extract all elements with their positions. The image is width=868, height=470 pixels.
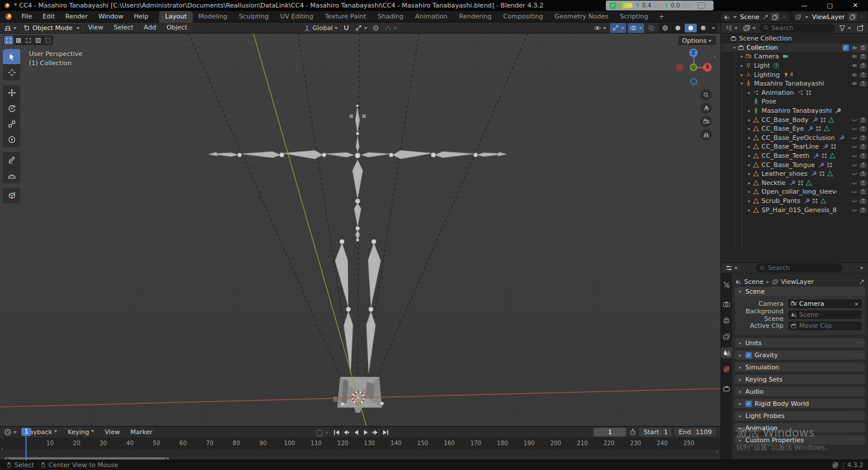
viewlayer-name[interactable]: ViewLayer [810,13,847,21]
play-reverse-button[interactable] [351,428,361,436]
panel-units[interactable]: ▸ Units ···· [735,338,865,347]
outliner-item-label[interactable]: CC_Base_Teeth [762,152,810,160]
wrench-badge-icon[interactable] [812,117,818,123]
tab-view-layer[interactable] [721,331,732,342]
workspace-tab-compositing[interactable]: Compositing [498,11,549,23]
outliner-row-cc-base-teeth[interactable]: ▸ CC_Base_Teeth [721,151,868,161]
stopwatch-icon[interactable] [629,428,637,436]
chevron-down-icon[interactable]: ▾ [738,81,745,86]
outliner-item-label[interactable]: Masahiro Tanabayashi [762,107,832,114]
panel-checkbox[interactable]: ✓ [745,352,752,358]
workspace-tab-uv-editing[interactable]: UV Editing [274,11,319,23]
chevron-right-icon[interactable]: ▸ [746,162,753,168]
properties-options-caret[interactable] [860,267,863,271]
tri-badge-icon[interactable] [806,180,812,186]
viewport-menu-add[interactable]: Add [138,22,161,34]
outliner-item-label[interactable]: Collection [746,44,778,51]
wrench-badge-icon[interactable] [822,143,829,150]
vgroup-badge-icon[interactable] [821,153,827,159]
remove-viewlayer-icon[interactable] [859,14,865,20]
outliner-row-cc-base-eye[interactable]: ▸ CC_Base_Eye [721,124,868,134]
panel-drag-handle[interactable]: ···· [854,340,862,346]
workspace-tab-rendering[interactable]: Rendering [453,11,497,23]
gizmo-x-axis[interactable]: X [703,63,712,72]
field-input-background-scene[interactable]: Scene [788,310,862,319]
jump-to-start-button[interactable] [332,428,341,436]
tool-rotate[interactable] [3,101,20,116]
panel-drag-handle[interactable]: ···· [854,364,862,370]
workspace-tab-sculpting[interactable]: Sculpting [233,11,274,23]
new-viewlayer-button[interactable] [848,13,857,21]
eye-closed-icon[interactable] [851,171,858,177]
outliner-row-lighting[interactable]: ▸ Lighting 4 [721,70,868,79]
outliner-item-label[interactable]: Masahiro Tanabayashi [754,80,824,87]
bulb-badge-icon[interactable] [783,72,789,78]
vgroup-badge-icon[interactable] [820,117,826,123]
new-collection-button[interactable] [855,23,866,33]
tool-select-box[interactable] [3,49,20,65]
panel-gravity[interactable]: ▸ ✓ Gravity ···· [735,350,865,360]
chevron-right-icon[interactable]: ▸ [738,63,745,68]
snap-settings-dropdown[interactable] [353,23,369,33]
auto-key-button[interactable]: ◯ [317,428,328,436]
eye-closed-icon[interactable] [851,188,858,195]
wrench-badge-icon[interactable] [838,135,845,141]
constraint-badge-icon[interactable] [835,108,841,114]
select-mode-intersect-button[interactable] [43,36,53,45]
outliner-row-camera[interactable]: ▸ Camera [721,52,868,61]
chevron-right-icon[interactable]: ▸ [746,108,753,113]
eye-closed-icon[interactable] [851,198,858,204]
pan-button[interactable] [700,102,712,114]
outliner-item-label[interactable]: Necktie [762,179,786,187]
render-visibility-icon[interactable] [860,72,866,78]
panel-light-probes[interactable]: ▸ Light Probes ···· [735,411,865,420]
start-frame-field[interactable]: Start 1 [639,428,672,436]
panel-drag-handle[interactable]: ···· [854,288,862,294]
collection-checkbox[interactable]: ✓ [843,45,849,51]
viewport-3d[interactable]: Options User Perspective (1) Collection … [0,34,720,426]
menu-render[interactable]: Render [60,11,93,23]
outliner-item-label[interactable]: Animation [762,89,794,97]
show-gizmo-toggle[interactable] [610,23,626,33]
zoom-button[interactable] [700,89,712,101]
add-workspace-button[interactable]: + [654,11,669,23]
eye-closed-icon[interactable] [851,180,858,186]
gizmo-negative-x-axis[interactable] [676,64,683,71]
sidebar-collapse-arrow[interactable]: ‹ [713,53,716,60]
chevron-right-icon[interactable]: ▸ [746,117,753,123]
region-corner-arrow[interactable]: › [1,446,3,452]
menu-edit[interactable]: Edit [37,11,60,23]
outliner-filter-mode-dropdown[interactable] [741,23,757,33]
snap-toggle[interactable] [341,23,352,33]
shading-rendered-button[interactable] [697,24,709,32]
clear-icon[interactable] [854,301,859,307]
outliner-item-label[interactable]: CC_Base_TearLine [762,143,819,150]
outliner-filter-dropdown[interactable] [837,23,853,33]
select-mode-invert-button[interactable] [34,36,43,45]
camera-view-button[interactable] [700,116,712,127]
render-visibility-icon[interactable] [860,171,866,177]
wrench-badge-icon[interactable] [789,180,796,186]
outliner-item-label[interactable]: CC_Base_Body [762,116,808,124]
workspace-tab-scripting[interactable]: Scripting [614,11,654,23]
vgroup-badge-icon[interactable] [812,198,818,204]
vgroup-badge-icon[interactable] [830,143,837,150]
tab-collection[interactable] [721,383,732,394]
editor-type-button[interactable] [2,23,19,33]
panel-drag-handle[interactable]: ···· [854,413,862,419]
render-visibility-icon[interactable] [860,117,866,123]
tool-move[interactable] [3,85,20,101]
minimize-button[interactable]: — [792,0,817,11]
chevron-right-icon[interactable]: ▸ [746,90,753,95]
outliner-item-label[interactable]: Scrub_Pants [762,197,800,205]
scene-selector[interactable]: Scene [721,12,790,22]
wrench-badge-icon[interactable] [807,125,814,132]
outliner-item-label[interactable]: SP_Hair_015_Genesis_8_Male_ [762,206,837,214]
tab-scene[interactable] [721,347,732,358]
outliner-item-label[interactable]: Light [754,62,770,69]
workspace-tab-animation[interactable]: Animation [409,11,453,23]
render-visibility-icon[interactable] [860,198,866,204]
outliner-row-open-collar-long-sleeves-shi[interactable]: ▸ Open_collar_long_sleeves_shi [721,187,868,197]
chevron-right-icon[interactable]: ▸ [746,126,753,131]
jump-to-end-button[interactable] [381,428,390,436]
